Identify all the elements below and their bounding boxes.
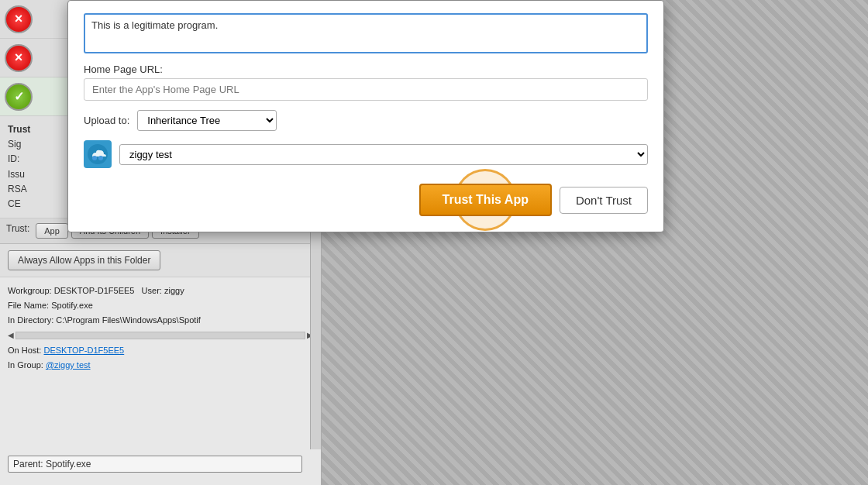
- svg-point-1: [92, 156, 97, 160]
- team-row: ziggy test: [84, 140, 648, 168]
- modal-overlay: This is a legitimate program. Home Page …: [0, 0, 868, 485]
- svg-point-2: [98, 156, 103, 160]
- team-icon: [84, 140, 112, 168]
- trust-button-wrapper: Trust This App: [419, 184, 552, 216]
- team-logo-svg: [87, 143, 108, 165]
- description-textarea[interactable]: This is a legitimate program.: [84, 13, 648, 53]
- trust-this-app-button[interactable]: Trust This App: [419, 184, 552, 216]
- upload-row: Upload to: Inheritance Tree Personal: [84, 110, 648, 131]
- home-page-input[interactable]: [84, 78, 648, 101]
- action-buttons-row: Trust This App Don't Trust: [84, 184, 648, 216]
- upload-select[interactable]: Inheritance Tree Personal: [137, 110, 277, 131]
- trust-app-dialog: This is a legitimate program. Home Page …: [67, 0, 664, 232]
- home-page-label: Home Page URL:: [84, 64, 648, 75]
- team-select[interactable]: ziggy test: [119, 144, 648, 165]
- upload-label: Upload to:: [84, 115, 129, 126]
- dont-trust-button[interactable]: Don't Trust: [560, 187, 648, 214]
